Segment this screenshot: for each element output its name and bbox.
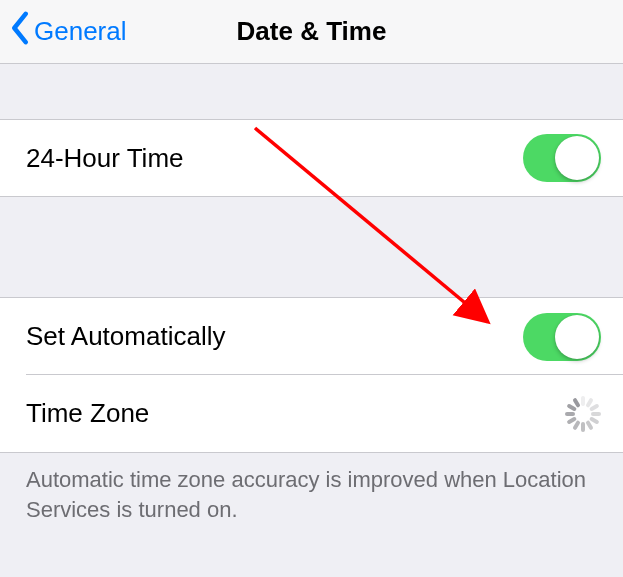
toggle-set-automatically[interactable] [523,313,601,361]
row-label: Set Automatically [26,321,225,352]
toggle-knob [555,136,599,180]
back-label: General [34,16,127,47]
loading-spinner-icon [565,396,601,432]
row-time-zone[interactable]: Time Zone [0,375,623,453]
group-gap [0,197,623,297]
chevron-left-icon [10,11,30,52]
row-24-hour-time[interactable]: 24-Hour Time [0,119,623,197]
back-button[interactable]: General [0,11,127,52]
row-label: Time Zone [26,398,149,429]
row-set-automatically[interactable]: Set Automatically [0,297,623,375]
group-gap [0,64,623,119]
footer-text: Automatic time zone accuracy is improved… [0,453,623,524]
row-label: 24-Hour Time [26,143,184,174]
navbar: General Date & Time [0,0,623,64]
toggle-24-hour-time[interactable] [523,134,601,182]
toggle-knob [555,315,599,359]
